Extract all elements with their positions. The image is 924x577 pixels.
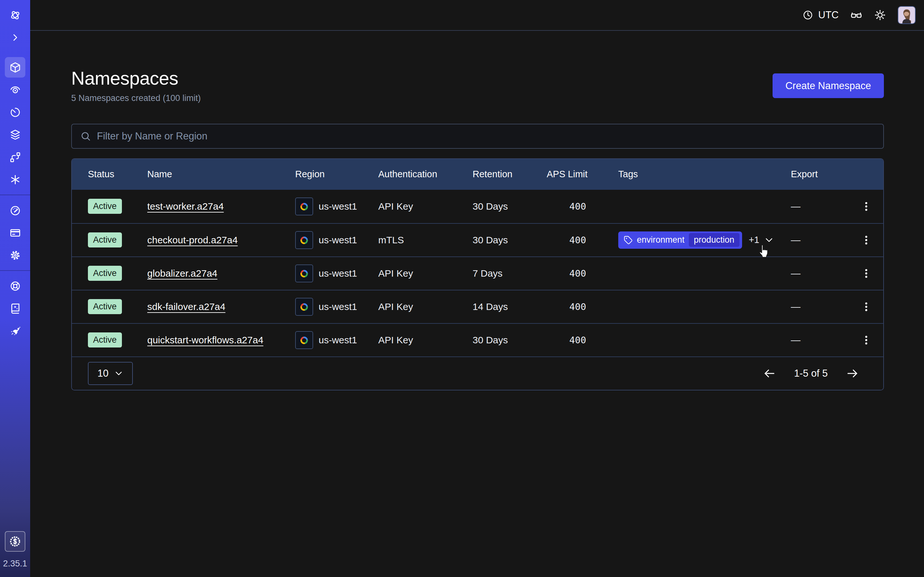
- tag-pill[interactable]: environment production: [618, 231, 742, 249]
- sidebar-item-settings[interactable]: [5, 245, 25, 266]
- gear-icon: [9, 250, 21, 261]
- auth-value: API Key: [378, 268, 473, 279]
- namespace-link[interactable]: checkout-prod.a27a4: [147, 235, 238, 245]
- table-row: Active test-worker.a27a4 us-west1 API Ke…: [72, 190, 883, 223]
- sidebar-item-monitor[interactable]: [5, 79, 25, 100]
- sun-icon: [874, 9, 886, 21]
- col-export: Export: [791, 169, 856, 179]
- badge-dollar-icon: [9, 535, 21, 548]
- tag-expand-button[interactable]: [764, 235, 774, 245]
- table-row: Active sdk-failover.a27a4 us-west1 API K…: [72, 290, 883, 323]
- gauge-icon: [9, 205, 21, 216]
- gcp-region-icon: [295, 197, 313, 215]
- sidebar-divider: [0, 270, 30, 271]
- table-pagination: 10 1-5 of 5: [72, 356, 883, 390]
- chevron-down-icon: [764, 235, 774, 245]
- col-status: Status: [88, 169, 147, 179]
- status-badge: Active: [88, 199, 122, 214]
- timezone-label: UTC: [818, 9, 838, 21]
- topbar: UTC: [30, 0, 924, 31]
- arrow-right-icon: [846, 367, 859, 380]
- auth-value: API Key: [378, 335, 473, 346]
- app-version: 2.35.1: [3, 559, 27, 569]
- sidebar-item-billing[interactable]: [5, 222, 25, 243]
- row-menu-button[interactable]: [856, 196, 877, 217]
- region-label: us-west1: [318, 201, 357, 212]
- export-value: —: [791, 268, 856, 279]
- export-value: —: [791, 201, 856, 212]
- namespace-link[interactable]: test-worker.a27a4: [147, 201, 224, 211]
- aps-limit-value: 400: [547, 235, 618, 245]
- asterisk-icon: [9, 174, 21, 185]
- filter-input[interactable]: [97, 131, 875, 142]
- theme-toggle-button[interactable]: [874, 9, 886, 21]
- status-badge: Active: [88, 232, 122, 247]
- export-value: —: [791, 301, 856, 312]
- credits-button[interactable]: [5, 531, 25, 552]
- page-size-value: 10: [97, 367, 108, 379]
- col-authentication: Authentication: [378, 169, 473, 179]
- lifebuoy-icon: [9, 280, 21, 292]
- cube-icon: [9, 61, 21, 73]
- arrow-left-icon: [762, 367, 776, 380]
- row-menu-button[interactable]: [856, 263, 877, 284]
- sidebar-item-deployments[interactable]: [5, 147, 25, 167]
- auth-value: API Key: [378, 201, 473, 212]
- table-row: Active checkout-prod.a27a4 us-west1 mTLS…: [72, 223, 883, 256]
- retention-value: 14 Days: [473, 301, 547, 312]
- sidebar-item-usage[interactable]: [5, 200, 25, 221]
- namespace-link[interactable]: globalizer.a27a4: [147, 268, 218, 279]
- tag-value: production: [689, 233, 740, 247]
- timezone-selector[interactable]: UTC: [803, 9, 838, 21]
- row-menu-button[interactable]: [856, 297, 877, 317]
- sidebar-item-docs[interactable]: [5, 298, 25, 319]
- glasses-icon: [850, 9, 863, 21]
- page-size-select[interactable]: 10: [88, 362, 133, 385]
- aps-limit-value: 400: [547, 268, 618, 279]
- status-badge: Active: [88, 266, 122, 281]
- retention-value: 30 Days: [473, 335, 547, 346]
- sidebar-item-schedules[interactable]: [5, 102, 25, 122]
- gcp-region-icon: [295, 298, 313, 316]
- avatar-image: [898, 7, 915, 23]
- user-avatar[interactable]: [898, 6, 916, 24]
- next-page-button[interactable]: [846, 367, 859, 380]
- aps-limit-value: 400: [547, 201, 618, 212]
- sidebar-item-getting-started[interactable]: [5, 321, 25, 341]
- tag-more-count: +1: [749, 235, 759, 245]
- export-value: —: [791, 335, 856, 346]
- chevron-down-icon: [114, 369, 123, 378]
- create-namespace-button[interactable]: Create Namespace: [772, 73, 884, 98]
- status-badge: Active: [88, 299, 122, 314]
- sidebar: 2.35.1: [0, 0, 30, 577]
- layers-icon: [9, 129, 21, 141]
- col-retention: Retention: [473, 169, 547, 179]
- table-row: Active quickstart-workflows.a27a4 us-wes…: [72, 323, 883, 356]
- row-menu-button[interactable]: [856, 330, 877, 350]
- auth-value: API Key: [378, 301, 473, 312]
- region-label: us-west1: [318, 268, 357, 279]
- sidebar-item-batch[interactable]: [5, 124, 25, 145]
- timer-icon: [9, 106, 21, 118]
- row-menu-button[interactable]: [856, 230, 877, 250]
- table-row: Active globalizer.a27a4 us-west1 API Key…: [72, 256, 883, 290]
- region-label: us-west1: [318, 301, 357, 312]
- sidebar-item-nexus[interactable]: [5, 169, 25, 190]
- sidebar-expand-button[interactable]: [5, 27, 25, 48]
- tag-key: environment: [637, 235, 685, 245]
- aps-limit-value: 400: [547, 335, 618, 346]
- tag-icon: [624, 235, 633, 245]
- col-aps-limit: APS Limit: [547, 169, 618, 179]
- prev-page-button[interactable]: [762, 367, 776, 380]
- retention-value: 7 Days: [473, 268, 547, 279]
- workflow-branch-icon: [9, 151, 21, 163]
- reader-mode-button[interactable]: [850, 9, 863, 21]
- sidebar-item-namespaces[interactable]: [5, 57, 25, 77]
- col-tags: Tags: [618, 169, 791, 179]
- page-subtitle: 5 Namespaces created (100 limit): [71, 93, 201, 103]
- temporal-logo[interactable]: [5, 5, 25, 25]
- namespace-link[interactable]: sdk-failover.a27a4: [147, 301, 226, 312]
- sidebar-item-support[interactable]: [5, 276, 25, 296]
- retention-value: 30 Days: [473, 235, 547, 245]
- namespace-link[interactable]: quickstart-workflows.a27a4: [147, 335, 263, 345]
